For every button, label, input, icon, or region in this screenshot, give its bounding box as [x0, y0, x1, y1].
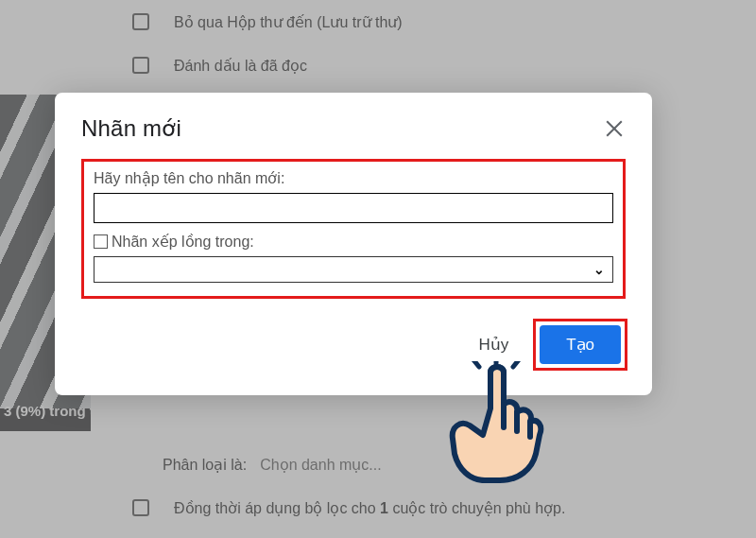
- parent-label-select[interactable]: ⌄: [94, 256, 613, 283]
- modal-actions: Hủy Tạo: [472, 319, 627, 371]
- create-button[interactable]: Tạo: [540, 325, 621, 364]
- highlight-box-create: Tạo: [533, 319, 627, 371]
- nest-checkbox[interactable]: [94, 234, 108, 249]
- label-name-input[interactable]: [94, 193, 613, 223]
- close-icon[interactable]: [603, 117, 626, 140]
- nest-row: Nhãn xếp lồng trong:: [94, 233, 613, 251]
- label-name-caption: Hãy nhập tên cho nhãn mới:: [94, 169, 613, 187]
- modal-title: Nhãn mới: [81, 115, 181, 142]
- nest-caption: Nhãn xếp lồng trong:: [112, 233, 254, 251]
- cancel-button[interactable]: Hủy: [472, 327, 514, 362]
- highlight-box-fields: Hãy nhập tên cho nhãn mới: Nhãn xếp lồng…: [81, 159, 626, 299]
- chevron-down-icon: ⌄: [593, 262, 605, 277]
- new-label-modal: Nhãn mới Hãy nhập tên cho nhãn mới: Nhãn…: [55, 93, 652, 395]
- modal-header: Nhãn mới: [81, 115, 626, 142]
